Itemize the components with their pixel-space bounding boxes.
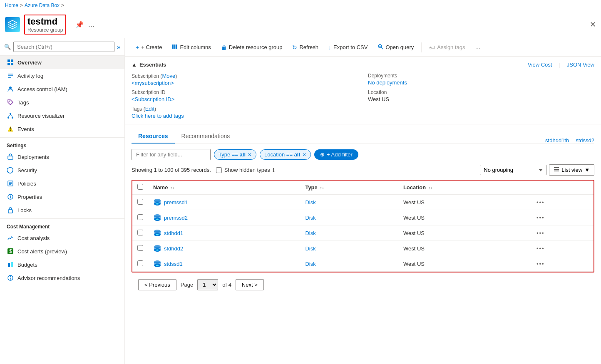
essentials-actions: View Cost | JSON View: [528, 62, 594, 68]
close-icon[interactable]: ✕: [590, 20, 596, 29]
svg-rect-27: [176, 45, 177, 49]
sidebar-item-deployments[interactable]: Deployments: [0, 150, 124, 163]
location-sort-icon[interactable]: ↑↓: [428, 186, 432, 190]
search-icon: 🔍: [4, 44, 11, 50]
sidebar-item-advisor[interactable]: Advisor recommendations: [0, 271, 124, 285]
view-cost-link[interactable]: View Cost: [528, 62, 552, 68]
sidebar-collapse-btn[interactable]: »: [117, 44, 120, 50]
row-type-link-4[interactable]: Disk: [305, 261, 315, 267]
disk-icon-1: [153, 213, 161, 222]
row-location-cell-3: West US: [398, 241, 531, 256]
sidebar-item-events[interactable]: ! Events: [0, 122, 124, 136]
row-checkbox-4[interactable]: [137, 260, 143, 266]
header-checkbox-cell: [132, 181, 148, 195]
column-name: Name ↑↓: [148, 181, 300, 195]
row-actions-btn-2[interactable]: •••: [536, 230, 545, 236]
assign-tags-button[interactable]: 🏷 Assign tags: [425, 42, 469, 53]
row-actions-btn-3[interactable]: •••: [536, 245, 545, 252]
row-name-link-3[interactable]: stdhdd2: [153, 244, 295, 253]
export-csv-button[interactable]: ↓ Export to CSV: [324, 42, 372, 53]
json-view-link[interactable]: JSON View: [567, 62, 594, 68]
deployments-field: Deployments No deployments: [368, 73, 594, 86]
show-hidden-checkbox[interactable]: [216, 167, 222, 173]
sidebar-item-policies[interactable]: Policies: [0, 177, 124, 190]
row-checkbox-3[interactable]: [137, 245, 143, 251]
filter-pill-type-close[interactable]: ✕: [248, 152, 252, 158]
page-select[interactable]: 1: [197, 279, 218, 290]
essentials-section: ▲ Essentials View Cost | JSON View Subsc…: [125, 57, 601, 124]
refresh-button[interactable]: ↻ Refresh: [288, 42, 323, 53]
create-button[interactable]: + + Create: [132, 42, 166, 53]
row-checkbox-0[interactable]: [137, 199, 143, 205]
svg-text:$: $: [9, 248, 12, 254]
sidebar-item-resource-visualizer[interactable]: Resource visualizer: [0, 109, 124, 122]
row-name-link-4[interactable]: stdssd1: [153, 260, 295, 268]
row-actions-btn-4[interactable]: •••: [536, 261, 545, 267]
ext-link-stdssd2[interactable]: stdssd2: [576, 137, 594, 144]
alerts-icon: $: [7, 248, 14, 255]
header-more-icon[interactable]: …: [88, 21, 94, 28]
next-button[interactable]: Next >: [236, 279, 264, 290]
resources-table-selection-box: Name ↑↓ Type ↑↓ Location ↑↓: [132, 180, 594, 272]
essentials-title[interactable]: ▲ Essentials: [132, 62, 166, 68]
search-input[interactable]: [13, 42, 114, 52]
sidebar-item-activity-log[interactable]: Activity log: [0, 69, 124, 82]
svg-rect-20: [8, 263, 10, 267]
breadcrumb-home[interactable]: Home: [5, 2, 18, 8]
subscription-value[interactable]: <mysubscription>: [132, 80, 358, 86]
visualizer-icon: [7, 112, 14, 119]
tab-recommendations[interactable]: Recommendations: [175, 129, 237, 144]
tab-resources[interactable]: Resources: [132, 129, 175, 144]
sidebar-item-security[interactable]: Security: [0, 163, 124, 177]
type-sort-icon[interactable]: ↑↓: [320, 186, 324, 190]
sidebar-item-locks[interactable]: Locks: [0, 203, 124, 217]
list-view-button[interactable]: List view ▼: [549, 164, 594, 176]
filter-input[interactable]: [132, 149, 211, 160]
subscription-id-value[interactable]: <Subscription ID>: [132, 96, 358, 102]
tags-edit-link[interactable]: Edit: [145, 106, 154, 112]
settings-section-label: Settings: [0, 137, 124, 150]
row-actions-btn-0[interactable]: •••: [536, 199, 545, 206]
row-actions-btn-1[interactable]: •••: [536, 215, 545, 221]
row-name-link-1[interactable]: premssd2: [153, 213, 295, 222]
svg-point-4: [9, 87, 12, 89]
ext-link-stdhdd1tb[interactable]: stdhdd1tb: [545, 137, 569, 144]
row-checkbox-1[interactable]: [137, 214, 143, 220]
edit-columns-button[interactable]: Edit columns: [168, 42, 215, 53]
row-type-link-2[interactable]: Disk: [305, 230, 315, 236]
delete-button[interactable]: 🗑 Delete resource group: [217, 42, 287, 53]
add-tags-link[interactable]: Click here to add tags: [132, 113, 358, 119]
row-type-link-0[interactable]: Disk: [305, 199, 315, 206]
sidebar-item-overview[interactable]: Overview: [0, 56, 124, 69]
add-filter-label: + Add filter: [327, 151, 353, 158]
breadcrumb-sep2: >: [61, 2, 64, 8]
prev-button[interactable]: < Previous: [138, 279, 176, 290]
row-name-link-0[interactable]: premssd1: [153, 198, 295, 206]
sidebar-item-budgets[interactable]: Budgets: [0, 258, 124, 271]
pin-icon[interactable]: 📌: [75, 21, 84, 29]
sidebar-item-tags[interactable]: Tags: [0, 96, 124, 109]
breadcrumb-azure-data-box[interactable]: Azure Data Box: [25, 2, 60, 8]
grouping-select[interactable]: No grouping: [480, 165, 546, 175]
row-checkbox-2[interactable]: [137, 230, 143, 235]
svg-point-37: [156, 203, 159, 205]
sidebar-item-cost-analysis[interactable]: Cost analysis: [0, 231, 124, 245]
add-filter-button[interactable]: ⊕ + Add filter: [314, 149, 358, 160]
sidebar-item-iam[interactable]: Access control (IAM): [0, 82, 124, 96]
select-all-checkbox[interactable]: [137, 184, 143, 190]
row-type-link-3[interactable]: Disk: [305, 245, 315, 252]
svg-rect-0: [7, 59, 10, 62]
filter-pill-location-close[interactable]: ✕: [302, 152, 306, 158]
list-view-label: List view: [561, 167, 582, 173]
name-sort-icon[interactable]: ↑↓: [170, 186, 174, 190]
sidebar-item-cost-alerts[interactable]: $ Cost alerts (preview): [0, 245, 124, 258]
row-name-link-2[interactable]: stdhdd1: [153, 229, 295, 237]
open-query-button[interactable]: Open query: [373, 42, 418, 53]
row-type-link-1[interactable]: Disk: [305, 215, 315, 221]
disk-icon-0: [153, 198, 161, 206]
subscription-id-field: Subscription ID <Subscription ID>: [132, 89, 358, 102]
subscription-move-link[interactable]: Move: [162, 73, 175, 79]
deployments-value[interactable]: No deployments: [368, 79, 594, 86]
toolbar-more-button[interactable]: …: [471, 42, 485, 52]
sidebar-item-properties[interactable]: i Properties: [0, 190, 124, 203]
